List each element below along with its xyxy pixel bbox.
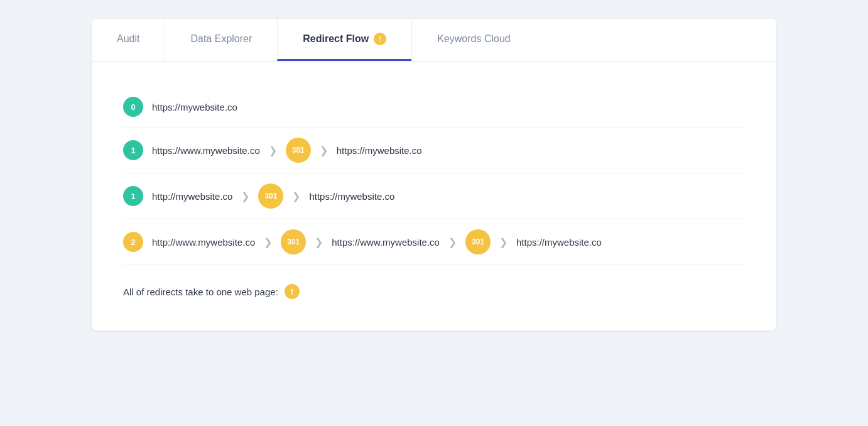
redirect-row-1a: 1 https://www.mywebsite.co ❯ 301 ❯ https… <box>123 128 745 173</box>
main-container: Audit Data Explorer Redirect Flow ! Keyw… <box>92 19 776 330</box>
redirect-row-1b: 1 http://mywebsite.co ❯ 301 ❯ https://my… <box>123 173 745 219</box>
redirect-row-0: 0 https://mywebsite.co <box>123 87 745 128</box>
tab-audit[interactable]: Audit <box>92 19 165 61</box>
url-intermediate: https://www.mywebsite.co <box>332 237 440 248</box>
redirect-code-badge: 301 <box>258 183 283 209</box>
chevron-icon: ❯ <box>241 190 249 202</box>
url-origin: https://www.mywebsite.co <box>152 145 260 156</box>
redirect-code-badge-2: 301 <box>465 229 491 254</box>
redirect-code-badge: 301 <box>286 138 311 163</box>
footer-note-text: All of redirects take to one web page: <box>123 287 278 297</box>
tab-bar: Audit Data Explorer Redirect Flow ! Keyw… <box>92 19 776 62</box>
tab-keywords-cloud-label: Keywords Cloud <box>437 33 511 45</box>
chevron-icon: ❯ <box>292 190 300 202</box>
url-origin: http://www.mywebsite.co <box>152 237 255 248</box>
url-destination: https://mywebsite.co <box>309 191 394 202</box>
redirect-code-badge: 301 <box>281 229 306 254</box>
hop-count-badge: 1 <box>123 140 143 160</box>
tab-data-explorer-label: Data Explorer <box>190 33 252 45</box>
hop-count-badge: 0 <box>123 97 143 117</box>
tab-audit-label: Audit <box>117 33 139 45</box>
redirect-row-2: 2 http://www.mywebsite.co ❯ 301 ❯ https:… <box>123 219 745 265</box>
hop-count-badge: 2 <box>123 232 143 252</box>
footer-note: All of redirects take to one web page: ! <box>123 284 745 299</box>
chevron-icon: ❯ <box>315 236 323 248</box>
tab-redirect-flow-label: Redirect Flow <box>303 33 369 45</box>
tab-keywords-cloud[interactable]: Keywords Cloud <box>411 19 536 61</box>
url-destination: https://mywebsite.co <box>516 237 602 248</box>
tab-redirect-flow[interactable]: Redirect Flow ! <box>277 19 411 61</box>
hop-count-badge: 1 <box>123 186 143 206</box>
url-destination: https://mywebsite.co <box>337 145 422 156</box>
chevron-icon: ❯ <box>448 236 457 248</box>
url-origin: https://mywebsite.co <box>152 102 237 112</box>
content-area: 0 https://mywebsite.co 1 https://www.myw… <box>92 62 776 330</box>
chevron-icon: ❯ <box>269 145 277 156</box>
tab-data-explorer[interactable]: Data Explorer <box>165 19 277 61</box>
chevron-icon: ❯ <box>499 236 507 248</box>
footer-warning-badge: ! <box>285 284 300 299</box>
chevron-icon: ❯ <box>320 145 328 156</box>
url-origin: http://mywebsite.co <box>152 191 232 202</box>
chevron-icon: ❯ <box>264 236 272 248</box>
tab-redirect-flow-badge: ! <box>374 33 386 45</box>
